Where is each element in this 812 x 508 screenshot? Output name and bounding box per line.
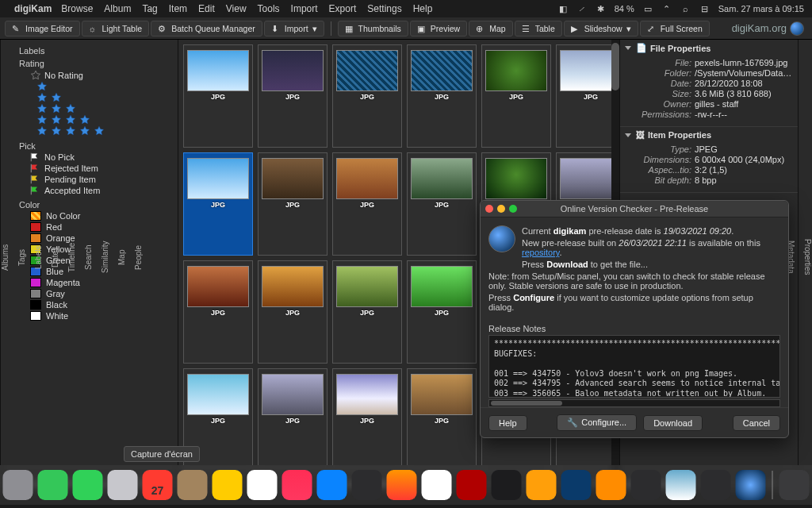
thumbnail[interactable]: JPG	[407, 152, 477, 256]
rail-tab-properties[interactable]: Properties	[803, 239, 812, 275]
rail-tab-search[interactable]: Search	[84, 244, 93, 270]
download-button[interactable]: Download	[643, 415, 703, 431]
color-black[interactable]: Black	[30, 300, 173, 310]
batch-queue-button[interactable]: ⚙ Batch Queue Manager	[151, 21, 262, 37]
wifi-icon[interactable]: ⌃	[661, 3, 672, 14]
rail-tab-labels[interactable]: Labels	[34, 245, 43, 268]
thumbnail[interactable]: JPG	[258, 368, 327, 471]
cancel-button[interactable]: Cancel	[733, 415, 780, 431]
dock-app-virtualbox[interactable]	[561, 470, 592, 500]
thumbnail[interactable]: JPG	[258, 44, 327, 148]
clock[interactable]: Sam. 27 mars à 09:15	[718, 4, 804, 13]
pick-rejected-item[interactable]: Rejected Item	[30, 164, 173, 173]
light-table-button[interactable]: ☼ Light Table	[82, 21, 150, 37]
thumbnail[interactable]: JPG	[407, 260, 477, 364]
dock-app-appstore[interactable]	[317, 470, 347, 500]
color-red[interactable]: Red	[30, 222, 173, 232]
dock-app-calendar[interactable]: 27	[143, 470, 173, 500]
thumbnails-button[interactable]: ▦ Thumbnails	[338, 21, 408, 37]
dock-app-facetime[interactable]	[73, 470, 103, 500]
thumbnail[interactable]: JPG	[407, 44, 477, 148]
search-icon[interactable]: ⌕	[680, 3, 691, 14]
color-magenta[interactable]: Magenta	[30, 278, 173, 287]
scroll-thumb[interactable]	[491, 401, 562, 406]
tray-icon[interactable]: ⟋	[576, 3, 588, 14]
bluetooth-icon[interactable]: ✱	[596, 3, 607, 14]
dock-downloads[interactable]	[779, 470, 810, 500]
thumbnail[interactable]: JPG	[183, 260, 253, 364]
rating-2[interactable]	[36, 92, 173, 103]
menu-export[interactable]: Export	[329, 3, 357, 14]
menu-view[interactable]: View	[226, 3, 247, 14]
tray-icon[interactable]: ◧	[557, 3, 569, 14]
menu-settings[interactable]: Settings	[367, 3, 401, 14]
dock-app[interactable]	[178, 470, 208, 500]
fullscreen-button[interactable]: ⤢ Full Screen	[640, 21, 710, 37]
caret-down-icon[interactable]	[625, 46, 631, 50]
dock-app[interactable]	[422, 470, 452, 500]
menu-tag[interactable]: Tag	[142, 3, 157, 14]
dock-app-digikam[interactable]	[736, 470, 766, 500]
rating-5[interactable]	[36, 125, 173, 137]
thumbnail[interactable]: JPG	[556, 44, 619, 148]
repository-link[interactable]: repository	[522, 248, 559, 257]
menu-album[interactable]: Album	[104, 3, 131, 14]
close-window-icon[interactable]	[485, 205, 493, 213]
rating-none[interactable]: No Rating	[30, 70, 173, 81]
rail-tab-similarity[interactable]: Similarity	[101, 241, 109, 274]
pick-no-pick[interactable]: No Pick	[30, 152, 173, 162]
menu-tools[interactable]: Tools	[258, 3, 280, 14]
thumbnail[interactable]: JPG	[258, 260, 327, 364]
dock-app-filezilla[interactable]	[457, 470, 487, 500]
menu-item[interactable]: Item	[169, 3, 187, 14]
dock-app[interactable]	[631, 470, 661, 500]
rail-tab-timeline[interactable]: Timeline	[67, 242, 76, 271]
dock-app-terminal[interactable]	[492, 470, 522, 500]
map-button[interactable]: ⊕ Map	[469, 21, 512, 37]
thumbnail[interactable]: JPG	[183, 44, 253, 148]
dock-app[interactable]	[108, 470, 138, 500]
rail-tab-people[interactable]: People	[134, 244, 143, 269]
rail-tab-tags[interactable]: Tags	[17, 248, 26, 265]
horizontal-scrollbar[interactable]	[488, 399, 780, 407]
rail-tab-dates[interactable]: Dates	[51, 247, 59, 267]
release-notes[interactable]: ****************************************…	[488, 335, 780, 398]
dock-app-messages[interactable]	[38, 470, 68, 500]
pick-pending-item[interactable]: Pending Item	[30, 175, 173, 184]
thumbnail[interactable]: JPG	[332, 44, 402, 148]
caret-down-icon[interactable]	[625, 133, 631, 137]
thumbnail[interactable]: JPG	[183, 152, 253, 256]
table-button[interactable]: ☰ Table	[515, 21, 562, 37]
dock-app-firefox[interactable]	[387, 470, 417, 500]
color-no-color[interactable]: No Color	[30, 211, 173, 221]
thumbnail[interactable]: JPG	[258, 152, 327, 256]
thumbnail[interactable]: JPG	[481, 44, 551, 148]
thumbnail[interactable]: JPG	[407, 368, 477, 471]
thumbnail[interactable]: JPG	[332, 152, 402, 256]
menu-import[interactable]: Import	[291, 3, 318, 14]
configure-button[interactable]: 🔧Configure...	[557, 414, 637, 431]
menu-browse[interactable]: Browse	[61, 3, 93, 14]
color-gray[interactable]: Gray	[30, 289, 173, 298]
thumbnail[interactable]: JPG	[332, 260, 402, 364]
dock-app[interactable]	[701, 470, 731, 500]
minimize-window-icon[interactable]	[497, 205, 505, 213]
thumbnail[interactable]: JPG	[332, 368, 402, 471]
dock-app-notes[interactable]	[213, 470, 243, 500]
scroll-thumb[interactable]	[611, 43, 619, 90]
pick-accepted-item[interactable]: Accepted Item	[30, 186, 173, 195]
app-menu[interactable]: digiKam	[14, 3, 52, 14]
image-editor-button[interactable]: ✎ Image Editor	[5, 21, 80, 37]
rating-4[interactable]	[36, 114, 173, 125]
menu-help[interactable]: Help	[413, 3, 433, 14]
menu-edit[interactable]: Edit	[198, 3, 215, 14]
dock-app[interactable]	[527, 470, 557, 500]
battery-icon[interactable]: ▭	[642, 3, 653, 14]
preview-button[interactable]: ▣ Preview	[410, 21, 467, 37]
control-center-icon[interactable]: ⊟	[699, 3, 710, 14]
zoom-window-icon[interactable]	[509, 205, 517, 213]
dialog-titlebar[interactable]: Online Version Checker - Pre-Release	[481, 201, 788, 217]
rating-3[interactable]	[36, 103, 173, 114]
color-white[interactable]: White	[30, 311, 173, 321]
rating-1[interactable]	[36, 81, 173, 92]
